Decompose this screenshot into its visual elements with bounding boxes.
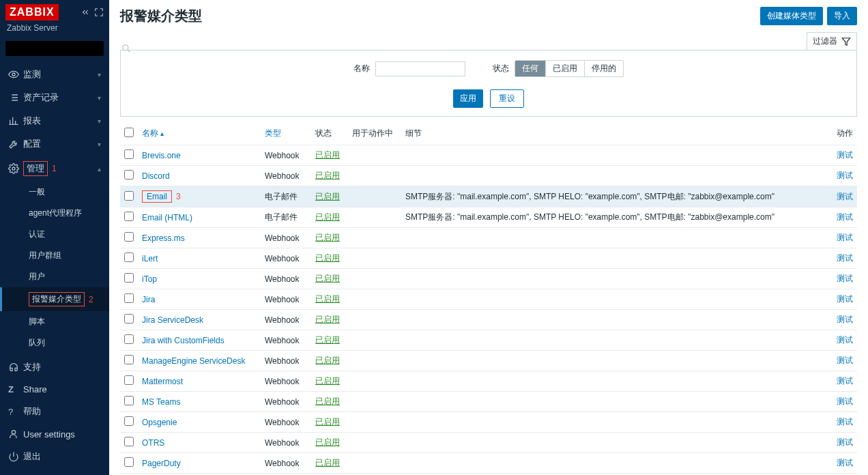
details-cell bbox=[401, 310, 830, 330]
nav-reports[interactable]: 报表▾ bbox=[0, 109, 109, 132]
media-type-link[interactable]: iLert bbox=[142, 254, 158, 263]
media-type-link[interactable]: ManageEngine ServiceDesk bbox=[142, 356, 245, 366]
row-checkbox[interactable] bbox=[124, 457, 134, 467]
col-type[interactable]: 类型 bbox=[261, 122, 311, 145]
media-type-link[interactable]: Mattermost bbox=[142, 377, 183, 386]
sub-proxies[interactable]: agent代理程序 bbox=[0, 203, 109, 224]
media-type-link[interactable]: Jira ServiceDesk bbox=[142, 315, 203, 325]
status-link[interactable]: 已启用 bbox=[315, 294, 340, 304]
sub-queue[interactable]: 队列 bbox=[0, 332, 109, 349]
row-checkbox[interactable] bbox=[124, 293, 134, 303]
row-checkbox[interactable] bbox=[124, 355, 134, 364]
status-link[interactable]: 已启用 bbox=[315, 437, 340, 447]
test-link[interactable]: 测试 bbox=[837, 192, 853, 201]
media-type-link[interactable]: PagerDuty bbox=[142, 459, 181, 468]
nav-logout[interactable]: 退出 bbox=[0, 445, 109, 468]
filter-tab[interactable]: 过滤器 bbox=[807, 32, 857, 50]
row-checkbox[interactable] bbox=[124, 375, 134, 385]
status-enabled[interactable]: 已启用 bbox=[546, 61, 585, 76]
row-checkbox[interactable] bbox=[124, 149, 134, 159]
sub-scripts[interactable]: 脚本 bbox=[0, 311, 109, 332]
status-link[interactable]: 已启用 bbox=[315, 458, 340, 467]
nav-help[interactable]: ?帮助 bbox=[0, 400, 109, 423]
media-type-link[interactable]: Email (HTML) bbox=[142, 213, 192, 222]
status-link[interactable]: 已启用 bbox=[315, 233, 340, 242]
status-link[interactable]: 已启用 bbox=[315, 150, 340, 160]
row-checkbox[interactable] bbox=[124, 253, 134, 262]
reset-button[interactable]: 重设 bbox=[490, 89, 524, 108]
status-any[interactable]: 任何 bbox=[515, 61, 546, 76]
media-type-link[interactable]: Jira bbox=[142, 295, 155, 304]
status-link[interactable]: 已启用 bbox=[315, 253, 340, 263]
row-checkbox[interactable] bbox=[124, 437, 134, 446]
test-link[interactable]: 测试 bbox=[837, 417, 853, 427]
col-name[interactable]: 名称 bbox=[138, 122, 261, 145]
media-type-link[interactable]: Opsgenie bbox=[142, 418, 177, 427]
nav-inventory[interactable]: 资产记录▾ bbox=[0, 86, 109, 109]
test-link[interactable]: 测试 bbox=[837, 253, 853, 263]
details-cell bbox=[401, 392, 830, 412]
status-link[interactable]: 已启用 bbox=[315, 212, 340, 222]
test-link[interactable]: 测试 bbox=[837, 376, 853, 386]
media-type-link[interactable]: Brevis.one bbox=[142, 151, 181, 160]
nav-monitoring[interactable]: 监测▾ bbox=[0, 63, 109, 86]
row-checkbox[interactable] bbox=[124, 273, 134, 283]
row-checkbox[interactable] bbox=[124, 170, 134, 179]
nav-share[interactable]: ZShare bbox=[0, 379, 109, 400]
media-type-link[interactable]: Express.ms bbox=[142, 233, 185, 243]
nav-admin[interactable]: 管理1▴ bbox=[0, 156, 109, 182]
test-link[interactable]: 测试 bbox=[837, 150, 853, 160]
row-checkbox[interactable] bbox=[124, 212, 134, 221]
row-checkbox[interactable] bbox=[124, 396, 134, 405]
media-type-link[interactable]: Discord bbox=[142, 171, 170, 181]
sub-users[interactable]: 用户 bbox=[0, 266, 109, 287]
sub-general[interactable]: 一般 bbox=[0, 182, 109, 203]
media-type-link[interactable]: iTop bbox=[142, 274, 157, 284]
create-media-type-button[interactable]: 创建媒体类型 bbox=[760, 7, 823, 25]
select-all-checkbox[interactable] bbox=[124, 128, 134, 137]
row-checkbox[interactable] bbox=[124, 314, 134, 323]
status-link[interactable]: 已启用 bbox=[315, 376, 340, 386]
status-disabled[interactable]: 停用的 bbox=[585, 61, 623, 76]
test-link[interactable]: 测试 bbox=[837, 274, 853, 283]
nav-support[interactable]: 支持 bbox=[0, 356, 109, 379]
status-link[interactable]: 已启用 bbox=[315, 335, 340, 345]
test-link[interactable]: 测试 bbox=[837, 335, 853, 345]
test-link[interactable]: 测试 bbox=[837, 458, 853, 467]
apply-button[interactable]: 应用 bbox=[453, 89, 483, 108]
test-link[interactable]: 测试 bbox=[837, 356, 853, 365]
nav-configuration[interactable]: 配置▾ bbox=[0, 132, 109, 156]
media-type-link[interactable]: Jira with CustomFields bbox=[142, 336, 225, 345]
status-link[interactable]: 已启用 bbox=[315, 192, 340, 201]
row-checkbox[interactable] bbox=[124, 191, 134, 201]
nav-user-settings[interactable]: User settings bbox=[0, 423, 109, 445]
test-link[interactable]: 测试 bbox=[837, 437, 853, 447]
status-link[interactable]: 已启用 bbox=[315, 315, 340, 324]
media-type-link[interactable]: MS Teams bbox=[142, 397, 180, 407]
row-checkbox[interactable] bbox=[124, 416, 134, 426]
row-checkbox[interactable] bbox=[124, 334, 134, 344]
import-button[interactable]: 导入 bbox=[827, 7, 857, 25]
search-input[interactable] bbox=[5, 41, 116, 56]
test-link[interactable]: 测试 bbox=[837, 171, 853, 180]
name-input[interactable] bbox=[375, 61, 465, 76]
test-link[interactable]: 测试 bbox=[837, 233, 853, 242]
test-link[interactable]: 测试 bbox=[837, 294, 853, 304]
sub-user-groups[interactable]: 用户群组 bbox=[0, 245, 109, 266]
fullscreen-icon[interactable] bbox=[94, 8, 104, 17]
test-link[interactable]: 测试 bbox=[837, 212, 853, 222]
row-checkbox[interactable] bbox=[124, 232, 134, 242]
sub-media-types[interactable]: 报警媒介类型2 bbox=[0, 287, 109, 311]
status-link[interactable]: 已启用 bbox=[315, 397, 340, 406]
headset-icon bbox=[8, 362, 23, 373]
media-type-link[interactable]: Email bbox=[147, 192, 167, 201]
status-link[interactable]: 已启用 bbox=[315, 171, 340, 180]
sub-auth[interactable]: 认证 bbox=[0, 224, 109, 245]
status-link[interactable]: 已启用 bbox=[315, 274, 340, 283]
test-link[interactable]: 测试 bbox=[837, 315, 853, 324]
media-type-link[interactable]: OTRS bbox=[142, 438, 164, 448]
status-link[interactable]: 已启用 bbox=[315, 356, 340, 365]
collapse-icon[interactable] bbox=[81, 8, 90, 17]
status-link[interactable]: 已启用 bbox=[315, 417, 340, 427]
test-link[interactable]: 测试 bbox=[837, 397, 853, 406]
